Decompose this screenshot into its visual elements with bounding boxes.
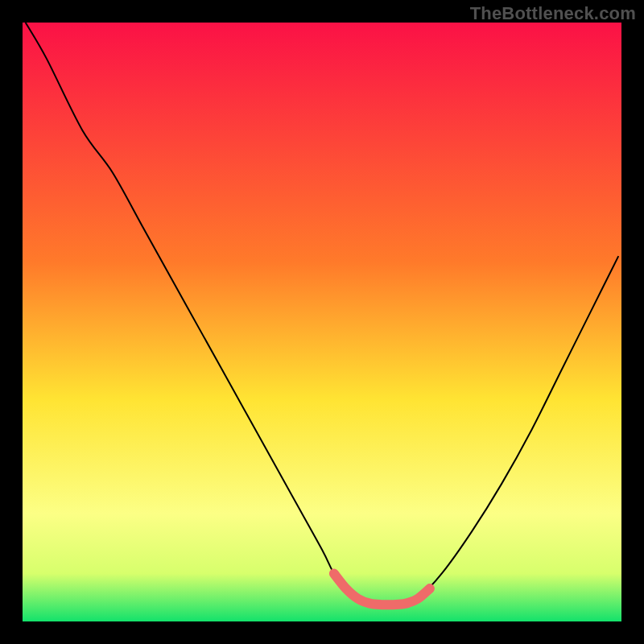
plot-frame — [23, 23, 621, 621]
chart-svg — [23, 23, 621, 621]
watermark-text: TheBottleneck.com — [470, 3, 636, 24]
gradient-background — [23, 23, 621, 621]
chart-container: TheBottleneck.com — [0, 0, 644, 644]
